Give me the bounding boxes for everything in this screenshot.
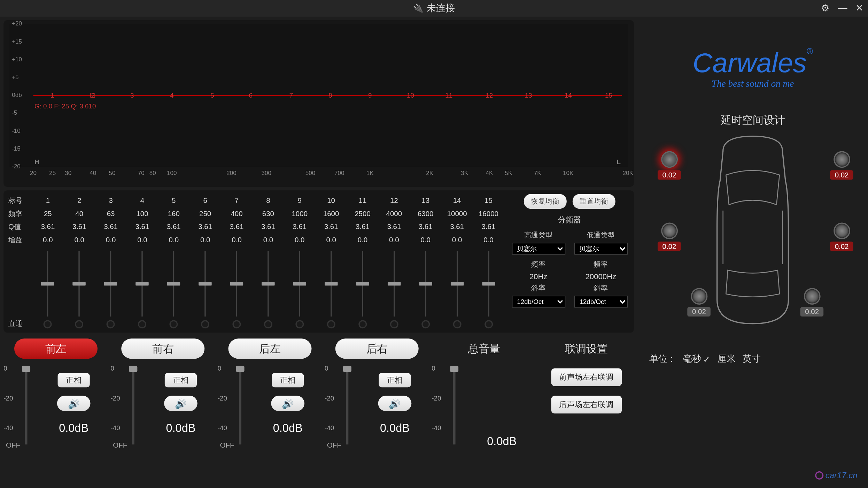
passthrough-toggle[interactable] <box>358 320 367 328</box>
eq-band-slider[interactable] <box>331 251 332 317</box>
eq-cell-freq[interactable]: 100 <box>126 207 158 220</box>
unit-inch[interactable]: 英寸 <box>743 353 760 365</box>
band-marker[interactable]: 14 <box>565 92 572 99</box>
passthrough-toggle[interactable] <box>201 320 209 328</box>
eq-cell-freq[interactable]: 10000 <box>441 207 473 220</box>
eq-cell-q[interactable]: 3.61 <box>221 220 252 234</box>
speaker-icon[interactable] <box>834 151 850 168</box>
eq-cell-q[interactable]: 3.61 <box>32 220 63 234</box>
band-marker[interactable]: 9 <box>368 92 372 99</box>
eq-cell-idx[interactable]: 4 <box>126 194 158 207</box>
eq-cell-q[interactable]: 3.61 <box>64 220 95 234</box>
band-marker[interactable]: 4 <box>170 92 173 99</box>
eq-band-slider[interactable] <box>110 251 111 317</box>
speaker-delay-value[interactable]: 0.02 <box>830 170 853 180</box>
eq-cell-idx[interactable]: 5 <box>158 194 189 207</box>
lp-slope-select[interactable]: 12db/Oct <box>574 296 628 307</box>
eq-cell-freq[interactable]: 250 <box>189 207 221 220</box>
eq-cell-idx[interactable]: 13 <box>410 194 441 207</box>
eq-cell-freq[interactable]: 40 <box>64 207 95 220</box>
eq-band-slider[interactable] <box>142 251 143 317</box>
link-rear-button[interactable]: 后声场左右联调 <box>551 396 622 413</box>
lp-freq-value[interactable]: 20000Hz <box>573 272 629 281</box>
settings-icon[interactable]: ⚙ <box>821 2 829 14</box>
delay-speaker-mr[interactable]: 0.02 <box>830 222 853 251</box>
eq-cell-idx[interactable]: 3 <box>95 194 126 207</box>
delay-speaker-ml[interactable]: 0.02 <box>658 222 681 251</box>
phase-button[interactable]: 正相 <box>272 373 304 387</box>
eq-cell-freq[interactable]: 4000 <box>378 207 410 220</box>
hp-slope-select[interactable]: 12db/Oct <box>512 296 565 307</box>
band-marker[interactable]: 3 <box>130 92 134 99</box>
speaker-delay-value[interactable]: 0.02 <box>687 307 711 317</box>
eq-cell-idx[interactable]: 14 <box>441 194 473 207</box>
passthrough-toggle[interactable] <box>485 320 493 328</box>
eq-cell-gain[interactable]: 0.0 <box>347 233 378 246</box>
eq-cell-idx[interactable]: 11 <box>347 194 378 207</box>
eq-cell-gain[interactable]: 0.0 <box>158 233 189 246</box>
channel-gain-slider[interactable] <box>346 367 348 444</box>
passthrough-toggle[interactable] <box>421 320 430 328</box>
eq-cell-freq[interactable]: 1600 <box>315 207 347 220</box>
eq-cell-q[interactable]: 3.61 <box>378 220 410 234</box>
eq-cell-q[interactable]: 3.61 <box>410 220 441 234</box>
speaker-delay-value[interactable]: 0.02 <box>800 307 824 317</box>
eq-cell-idx[interactable]: 7 <box>221 194 252 207</box>
speaker-delay-value[interactable]: 0.02 <box>830 242 853 251</box>
channel-gain-slider[interactable] <box>25 367 28 444</box>
eq-cell-gain[interactable]: 0.0 <box>441 233 473 246</box>
band-marker[interactable]: 12 <box>486 92 493 99</box>
band-marker[interactable]: 1 <box>51 92 54 99</box>
eq-cell-freq[interactable]: 160 <box>158 207 189 220</box>
eq-cell-q[interactable]: 3.61 <box>158 220 189 234</box>
passthrough-toggle[interactable] <box>44 320 52 328</box>
eq-graph[interactable]: H L G: 0.0 F: 25 Q: 3.610 +20+15+10+50db… <box>3 20 634 187</box>
channel-select-button[interactable]: 后左 <box>228 338 311 359</box>
eq-cell-q[interactable]: 3.61 <box>441 220 473 234</box>
lp-type-select[interactable]: 贝塞尔 <box>574 243 628 254</box>
band-marker[interactable]: 2 <box>91 92 95 99</box>
eq-cell-q[interactable]: 3.61 <box>126 220 158 234</box>
delay-speaker-rl[interactable]: 0.02 <box>687 288 711 317</box>
eq-cell-freq[interactable]: 630 <box>253 207 284 220</box>
mute-button[interactable]: 🔊 <box>271 396 304 411</box>
eq-band-slider[interactable] <box>425 251 426 317</box>
eq-band-slider[interactable] <box>268 251 269 317</box>
delay-speaker-fl[interactable]: 0.02 <box>658 151 681 180</box>
eq-cell-idx[interactable]: 12 <box>378 194 410 207</box>
speaker-icon[interactable] <box>804 288 820 305</box>
passthrough-toggle[interactable] <box>138 320 147 328</box>
eq-cell-idx[interactable]: 9 <box>284 194 315 207</box>
passthrough-toggle[interactable] <box>264 320 272 328</box>
eq-cell-gain[interactable]: 0.0 <box>126 233 158 246</box>
eq-cell-idx[interactable]: 6 <box>189 194 221 207</box>
eq-cell-gain[interactable]: 0.0 <box>378 233 410 246</box>
speaker-delay-value[interactable]: 0.02 <box>658 242 681 251</box>
eq-cell-gain[interactable]: 0.0 <box>32 233 63 246</box>
eq-band-slider[interactable] <box>456 251 457 317</box>
eq-cell-gain[interactable]: 0.0 <box>221 233 252 246</box>
eq-cell-q[interactable]: 3.61 <box>95 220 126 234</box>
hp-type-select[interactable]: 贝塞尔 <box>512 243 565 254</box>
eq-cell-freq[interactable]: 6300 <box>410 207 441 220</box>
eq-band-slider[interactable] <box>488 251 489 317</box>
eq-band-slider[interactable] <box>236 251 237 317</box>
channel-select-button[interactable]: 后右 <box>335 338 419 359</box>
channel-gain-slider[interactable] <box>132 367 134 444</box>
speaker-delay-value[interactable]: 0.02 <box>658 170 681 180</box>
passthrough-toggle[interactable] <box>170 320 178 328</box>
eq-cell-idx[interactable]: 8 <box>253 194 284 207</box>
eq-cell-gain[interactable]: 0.0 <box>315 233 347 246</box>
phase-button[interactable]: 正相 <box>58 373 90 387</box>
eq-band-slider[interactable] <box>47 251 48 317</box>
eq-band-slider[interactable] <box>362 251 363 317</box>
mute-button[interactable]: 🔊 <box>164 396 197 411</box>
eq-cell-idx[interactable]: 15 <box>473 194 504 207</box>
passthrough-toggle[interactable] <box>453 320 461 328</box>
eq-cell-gain[interactable]: 0.0 <box>95 233 126 246</box>
eq-band-slider[interactable] <box>394 251 395 317</box>
phase-button[interactable]: 正相 <box>379 373 411 387</box>
passthrough-toggle[interactable] <box>233 320 241 328</box>
eq-cell-idx[interactable]: 10 <box>315 194 347 207</box>
eq-cell-idx[interactable]: 1 <box>32 194 63 207</box>
